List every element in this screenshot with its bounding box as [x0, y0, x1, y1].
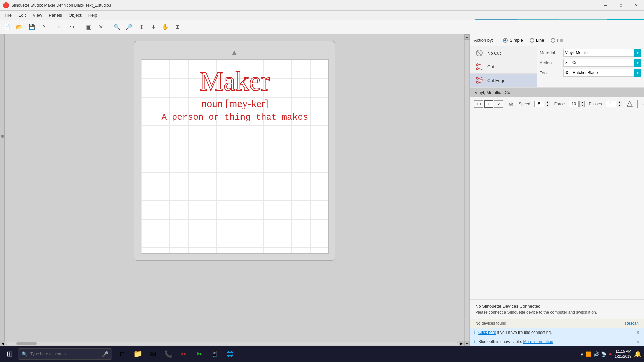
taskbar-app-silhouette[interactable]: ✂ [176, 347, 191, 361]
force-down[interactable]: ▼ [579, 104, 585, 107]
menu-edit[interactable]: Edit [15, 11, 29, 19]
tool-dropdown-arrow[interactable]: ▼ [634, 69, 641, 77]
speed-down[interactable]: ▼ [545, 104, 550, 107]
cut-option-cut[interactable]: Cut [470, 60, 537, 74]
taskbar-app-skype[interactable]: 📞 [161, 347, 176, 361]
force-stepper[interactable]: ▲ ▼ [579, 101, 585, 107]
speed-value[interactable]: 5 [534, 101, 544, 107]
rescan-button[interactable]: Rescan [625, 321, 639, 326]
line-ind-2[interactable]: 2 [494, 100, 503, 108]
undo-button[interactable]: ↩ [55, 22, 65, 33]
click-here-link[interactable]: Click here [478, 330, 496, 335]
save-button[interactable]: 💾 [26, 22, 37, 33]
action-row: Action ✂ Cut ▼ [540, 58, 641, 68]
vertical-scrollbar[interactable]: ▲ ▼ [464, 34, 470, 346]
canvas-text-content: Maker noun [mey-ker] A person or thing t… [141, 60, 328, 129]
tray-network[interactable]: 📶 [586, 351, 591, 357]
open-button[interactable]: 📂 [14, 22, 25, 33]
scroll-left-arrow[interactable]: ◀ [0, 341, 5, 346]
delete-button[interactable]: ✕ [95, 22, 106, 33]
action-icon: ✂ [564, 60, 570, 65]
scroll-up-arrow[interactable]: ▲ [464, 34, 470, 40]
text-maker[interactable]: Maker [151, 66, 318, 96]
start-button[interactable]: ⊞ [3, 347, 17, 361]
cut-option-cutedge[interactable]: Cut Edge [470, 74, 537, 87]
taskbar-app-other[interactable]: 🌐 [223, 347, 237, 361]
redo-button[interactable]: ↪ [67, 22, 77, 33]
radio-fill[interactable]: Fill [551, 38, 563, 43]
notification-button[interactable]: 🔔 [634, 350, 641, 358]
menu-view[interactable]: View [29, 11, 45, 19]
material-dropdown[interactable]: Vinyl, Metallic ▼ [563, 49, 641, 57]
passes-stepper[interactable]: ▲ ▼ [617, 101, 622, 107]
line-ind-1[interactable]: 1 [484, 100, 493, 108]
info-banner-2-close[interactable]: ✕ [636, 339, 640, 344]
taskbar: ⊞ 🔍 🎤 ⊡ 📁 ✉ 📞 ✂ ✂ 📱 🌐 ∧ 📶 🔊 📡 ● 11:15 AM… [0, 346, 644, 362]
passes-down[interactable]: ▼ [617, 104, 622, 107]
radio-simple[interactable]: Simple [503, 38, 523, 43]
radio-line-circle [530, 38, 534, 43]
action-dropdown[interactable]: ✂ Cut ▼ [563, 59, 641, 67]
tray-volume[interactable]: 🔊 [593, 351, 599, 357]
menu-object[interactable]: Object [65, 11, 85, 19]
scroll-track[interactable] [6, 342, 458, 345]
pan-down-button[interactable]: ⬇ [148, 22, 159, 33]
force-up[interactable]: ▲ [579, 101, 585, 104]
select-button[interactable]: ▣ [83, 22, 94, 33]
more-info-link[interactable]: More information [523, 339, 553, 344]
zoom-in-button[interactable]: 🔍 [112, 22, 122, 33]
radio-line[interactable]: Line [530, 38, 544, 43]
taskbar-search[interactable]: 🔍 🎤 [18, 348, 112, 360]
passes-up[interactable]: ▲ [617, 101, 622, 104]
zoom-out-button[interactable]: 🔎 [124, 22, 135, 33]
tray-up-arrow[interactable]: ∧ [580, 351, 584, 357]
pan-tool-button[interactable]: ✋ [160, 22, 171, 33]
taskbar-app-silhouette2[interactable]: ✂ [192, 347, 207, 361]
line-add-button[interactable]: ⊕ [509, 101, 513, 107]
force-value[interactable]: 10 [569, 101, 579, 107]
scroll-down-arrow[interactable]: ▼ [464, 341, 470, 346]
zoom-fit-button[interactable]: ⊕ [136, 22, 147, 33]
cut-cut-label: Cut [487, 64, 494, 69]
svg-line-8 [478, 77, 482, 79]
cut-settings-row: No Cut Cut [470, 46, 644, 88]
tool-dropdown[interactable]: ⚙ Ratchet Blade ▼ [563, 69, 641, 77]
taskbar-app-email[interactable]: ✉ [146, 347, 160, 361]
tray-wifi[interactable]: 📡 [601, 351, 607, 357]
info-banner-1-close[interactable]: ✕ [636, 330, 640, 335]
horizontal-scrollbar[interactable]: ◀ ▶ [0, 341, 464, 346]
material-dropdown-arrow[interactable]: ▼ [634, 49, 641, 57]
text-noun[interactable]: noun [mey-ker] [151, 97, 318, 110]
canvas-page[interactable]: Maker noun [mey-ker] A person or thing t… [141, 59, 329, 254]
taskbar-app-explorer[interactable]: 📁 [130, 347, 145, 361]
line-ind-10[interactable]: 10 [474, 100, 483, 108]
cut-cutedge-label: Cut Edge [487, 78, 505, 83]
speed-up[interactable]: ▲ [545, 101, 550, 104]
action-dropdown-arrow[interactable]: ▼ [634, 59, 641, 67]
menu-help[interactable]: Help [85, 11, 101, 19]
search-input[interactable] [30, 352, 99, 356]
add-button[interactable]: ⊞ [172, 22, 183, 33]
menu-file[interactable]: File [1, 11, 15, 19]
tray-silhouette[interactable]: ● [609, 351, 612, 357]
clock-date: 1/21/2019 [615, 354, 631, 359]
new-button[interactable]: 📄 [2, 22, 13, 33]
mat-action-tool-panel: Material Vinyl, Metallic ▼ Action ✂ Cut [537, 46, 644, 88]
taskbar-clock[interactable]: 11:15 AM 1/21/2019 [615, 349, 631, 359]
cut-option-nocut[interactable]: No Cut [470, 46, 537, 60]
white-box[interactable] [637, 100, 638, 108]
svg-point-2 [476, 64, 478, 66]
scroll-right-arrow[interactable]: ▶ [459, 341, 464, 346]
taskbar-app-taskview[interactable]: ⊡ [115, 347, 129, 361]
menu-panels[interactable]: Panels [45, 11, 65, 19]
passes-value[interactable]: 1 [606, 101, 616, 107]
canvas-scroll-area[interactable]: ⬤ ▲ Maker noun [mey-ker] A person or thi… [0, 34, 464, 341]
print-button[interactable]: 🖨 [38, 22, 49, 33]
taskbar-app-viber[interactable]: 📱 [207, 347, 222, 361]
speed-stepper[interactable]: ▲ ▼ [545, 101, 550, 107]
mic-icon[interactable]: 🎤 [102, 351, 108, 357]
text-definition[interactable]: A person or thing that makes [151, 112, 318, 122]
info-banner-2: ℹ Bluetooth is unavailable. More informa… [470, 337, 644, 346]
scroll-thumb[interactable] [16, 342, 37, 345]
right-panel: Action by: Simple Line Fill [470, 34, 644, 346]
